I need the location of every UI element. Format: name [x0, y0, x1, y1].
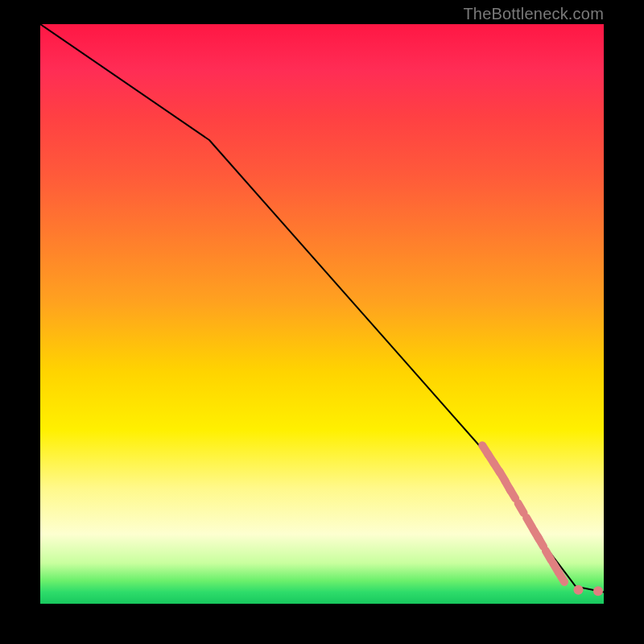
- dot-marker: [574, 585, 584, 595]
- plot-area: [40, 24, 604, 604]
- dash-marker: [510, 489, 515, 498]
- dash-marker: [518, 503, 524, 513]
- dot-marker: [593, 586, 603, 596]
- dash-marker: [538, 537, 543, 547]
- dash-marker: [559, 572, 564, 582]
- chart-frame: TheBottleneck.com: [0, 0, 644, 644]
- attribution-label: TheBottleneck.com: [463, 5, 604, 23]
- plot-svg: [40, 24, 604, 604]
- dash-marker: [546, 551, 551, 560]
